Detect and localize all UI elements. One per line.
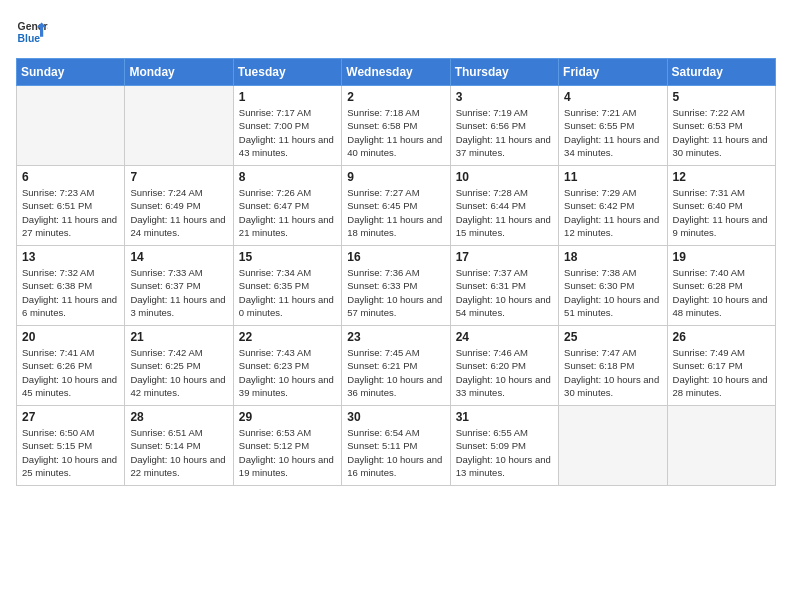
calendar-cell: 3Sunrise: 7:19 AM Sunset: 6:56 PM Daylig… — [450, 86, 558, 166]
day-number: 25 — [564, 330, 661, 344]
day-info: Sunrise: 7:36 AM Sunset: 6:33 PM Dayligh… — [347, 266, 444, 319]
day-info: Sunrise: 7:45 AM Sunset: 6:21 PM Dayligh… — [347, 346, 444, 399]
day-info: Sunrise: 7:49 AM Sunset: 6:17 PM Dayligh… — [673, 346, 770, 399]
day-number: 5 — [673, 90, 770, 104]
day-number: 21 — [130, 330, 227, 344]
day-info: Sunrise: 7:42 AM Sunset: 6:25 PM Dayligh… — [130, 346, 227, 399]
calendar-cell: 22Sunrise: 7:43 AM Sunset: 6:23 PM Dayli… — [233, 326, 341, 406]
day-info: Sunrise: 7:41 AM Sunset: 6:26 PM Dayligh… — [22, 346, 119, 399]
calendar-cell: 9Sunrise: 7:27 AM Sunset: 6:45 PM Daylig… — [342, 166, 450, 246]
day-number: 15 — [239, 250, 336, 264]
day-number: 24 — [456, 330, 553, 344]
weekday-header-saturday: Saturday — [667, 59, 775, 86]
day-info: Sunrise: 7:23 AM Sunset: 6:51 PM Dayligh… — [22, 186, 119, 239]
weekday-header-wednesday: Wednesday — [342, 59, 450, 86]
calendar-cell: 4Sunrise: 7:21 AM Sunset: 6:55 PM Daylig… — [559, 86, 667, 166]
day-info: Sunrise: 7:33 AM Sunset: 6:37 PM Dayligh… — [130, 266, 227, 319]
calendar-cell: 21Sunrise: 7:42 AM Sunset: 6:25 PM Dayli… — [125, 326, 233, 406]
day-info: Sunrise: 7:38 AM Sunset: 6:30 PM Dayligh… — [564, 266, 661, 319]
day-number: 20 — [22, 330, 119, 344]
calendar-cell: 26Sunrise: 7:49 AM Sunset: 6:17 PM Dayli… — [667, 326, 775, 406]
calendar-cell: 25Sunrise: 7:47 AM Sunset: 6:18 PM Dayli… — [559, 326, 667, 406]
day-number: 19 — [673, 250, 770, 264]
calendar-cell: 20Sunrise: 7:41 AM Sunset: 6:26 PM Dayli… — [17, 326, 125, 406]
day-number: 17 — [456, 250, 553, 264]
day-info: Sunrise: 7:29 AM Sunset: 6:42 PM Dayligh… — [564, 186, 661, 239]
day-number: 16 — [347, 250, 444, 264]
day-info: Sunrise: 6:55 AM Sunset: 5:09 PM Dayligh… — [456, 426, 553, 479]
calendar-cell: 27Sunrise: 6:50 AM Sunset: 5:15 PM Dayli… — [17, 406, 125, 486]
header: General Blue — [16, 16, 776, 48]
day-number: 2 — [347, 90, 444, 104]
day-number: 31 — [456, 410, 553, 424]
calendar-cell: 18Sunrise: 7:38 AM Sunset: 6:30 PM Dayli… — [559, 246, 667, 326]
calendar-cell — [667, 406, 775, 486]
weekday-header-friday: Friday — [559, 59, 667, 86]
day-number: 10 — [456, 170, 553, 184]
weekday-header-thursday: Thursday — [450, 59, 558, 86]
calendar-cell: 8Sunrise: 7:26 AM Sunset: 6:47 PM Daylig… — [233, 166, 341, 246]
day-number: 6 — [22, 170, 119, 184]
day-info: Sunrise: 7:32 AM Sunset: 6:38 PM Dayligh… — [22, 266, 119, 319]
calendar-cell: 5Sunrise: 7:22 AM Sunset: 6:53 PM Daylig… — [667, 86, 775, 166]
day-number: 29 — [239, 410, 336, 424]
day-info: Sunrise: 7:31 AM Sunset: 6:40 PM Dayligh… — [673, 186, 770, 239]
calendar-cell — [559, 406, 667, 486]
day-info: Sunrise: 6:53 AM Sunset: 5:12 PM Dayligh… — [239, 426, 336, 479]
day-info: Sunrise: 6:51 AM Sunset: 5:14 PM Dayligh… — [130, 426, 227, 479]
day-info: Sunrise: 7:19 AM Sunset: 6:56 PM Dayligh… — [456, 106, 553, 159]
weekday-header-sunday: Sunday — [17, 59, 125, 86]
calendar-cell: 2Sunrise: 7:18 AM Sunset: 6:58 PM Daylig… — [342, 86, 450, 166]
day-number: 1 — [239, 90, 336, 104]
day-info: Sunrise: 7:17 AM Sunset: 7:00 PM Dayligh… — [239, 106, 336, 159]
calendar-cell: 15Sunrise: 7:34 AM Sunset: 6:35 PM Dayli… — [233, 246, 341, 326]
day-info: Sunrise: 7:24 AM Sunset: 6:49 PM Dayligh… — [130, 186, 227, 239]
logo: General Blue — [16, 16, 48, 48]
day-number: 27 — [22, 410, 119, 424]
calendar-cell: 17Sunrise: 7:37 AM Sunset: 6:31 PM Dayli… — [450, 246, 558, 326]
day-info: Sunrise: 7:22 AM Sunset: 6:53 PM Dayligh… — [673, 106, 770, 159]
day-number: 13 — [22, 250, 119, 264]
day-info: Sunrise: 7:46 AM Sunset: 6:20 PM Dayligh… — [456, 346, 553, 399]
day-info: Sunrise: 7:37 AM Sunset: 6:31 PM Dayligh… — [456, 266, 553, 319]
day-info: Sunrise: 7:21 AM Sunset: 6:55 PM Dayligh… — [564, 106, 661, 159]
day-number: 12 — [673, 170, 770, 184]
day-number: 8 — [239, 170, 336, 184]
day-info: Sunrise: 6:54 AM Sunset: 5:11 PM Dayligh… — [347, 426, 444, 479]
calendar-cell: 14Sunrise: 7:33 AM Sunset: 6:37 PM Dayli… — [125, 246, 233, 326]
calendar-cell: 24Sunrise: 7:46 AM Sunset: 6:20 PM Dayli… — [450, 326, 558, 406]
day-number: 30 — [347, 410, 444, 424]
day-info: Sunrise: 7:47 AM Sunset: 6:18 PM Dayligh… — [564, 346, 661, 399]
weekday-header-tuesday: Tuesday — [233, 59, 341, 86]
day-number: 14 — [130, 250, 227, 264]
svg-text:Blue: Blue — [18, 33, 41, 44]
calendar-cell: 16Sunrise: 7:36 AM Sunset: 6:33 PM Dayli… — [342, 246, 450, 326]
day-number: 11 — [564, 170, 661, 184]
day-info: Sunrise: 7:18 AM Sunset: 6:58 PM Dayligh… — [347, 106, 444, 159]
calendar-cell: 7Sunrise: 7:24 AM Sunset: 6:49 PM Daylig… — [125, 166, 233, 246]
day-number: 3 — [456, 90, 553, 104]
day-info: Sunrise: 7:27 AM Sunset: 6:45 PM Dayligh… — [347, 186, 444, 239]
day-info: Sunrise: 7:28 AM Sunset: 6:44 PM Dayligh… — [456, 186, 553, 239]
calendar-cell: 10Sunrise: 7:28 AM Sunset: 6:44 PM Dayli… — [450, 166, 558, 246]
day-info: Sunrise: 7:40 AM Sunset: 6:28 PM Dayligh… — [673, 266, 770, 319]
calendar-cell — [125, 86, 233, 166]
weekday-header-monday: Monday — [125, 59, 233, 86]
calendar-cell — [17, 86, 125, 166]
calendar-cell: 11Sunrise: 7:29 AM Sunset: 6:42 PM Dayli… — [559, 166, 667, 246]
day-number: 23 — [347, 330, 444, 344]
calendar-cell: 30Sunrise: 6:54 AM Sunset: 5:11 PM Dayli… — [342, 406, 450, 486]
calendar-cell: 6Sunrise: 7:23 AM Sunset: 6:51 PM Daylig… — [17, 166, 125, 246]
day-number: 9 — [347, 170, 444, 184]
day-info: Sunrise: 7:26 AM Sunset: 6:47 PM Dayligh… — [239, 186, 336, 239]
logo-icon: General Blue — [16, 16, 48, 48]
day-number: 26 — [673, 330, 770, 344]
day-number: 22 — [239, 330, 336, 344]
calendar-cell: 28Sunrise: 6:51 AM Sunset: 5:14 PM Dayli… — [125, 406, 233, 486]
day-number: 28 — [130, 410, 227, 424]
day-number: 18 — [564, 250, 661, 264]
calendar-cell: 19Sunrise: 7:40 AM Sunset: 6:28 PM Dayli… — [667, 246, 775, 326]
day-info: Sunrise: 7:43 AM Sunset: 6:23 PM Dayligh… — [239, 346, 336, 399]
day-number: 7 — [130, 170, 227, 184]
calendar-cell: 13Sunrise: 7:32 AM Sunset: 6:38 PM Dayli… — [17, 246, 125, 326]
